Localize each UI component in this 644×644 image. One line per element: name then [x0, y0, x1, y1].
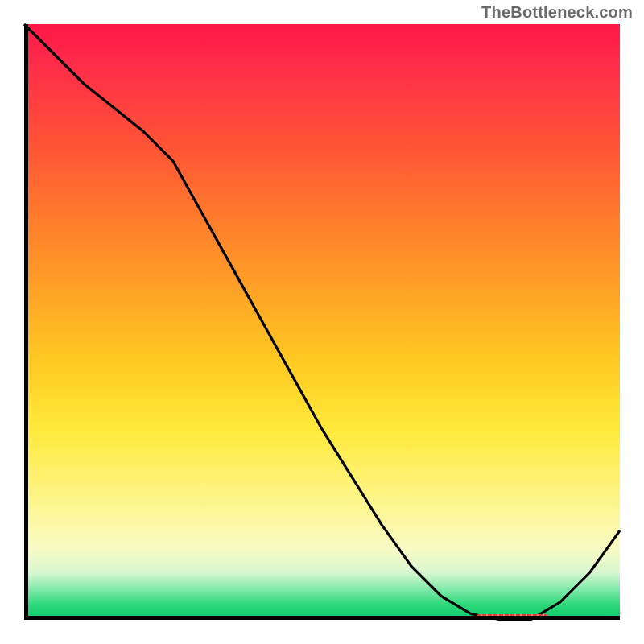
attribution-text: TheBottleneck.com [481, 3, 633, 22]
bottleneck-curve [24, 24, 620, 620]
x-axis [24, 616, 620, 620]
chart-plot-area [24, 24, 620, 620]
y-axis [24, 24, 28, 620]
